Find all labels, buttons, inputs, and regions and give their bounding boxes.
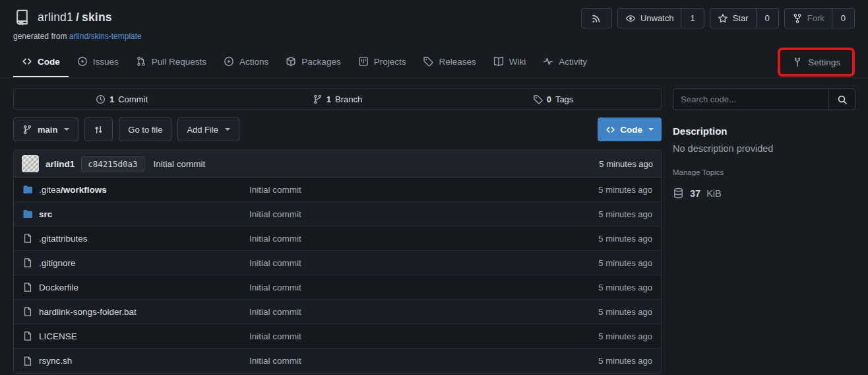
tag-count-label: Tags xyxy=(555,94,573,104)
code-icon xyxy=(22,56,32,67)
avatar[interactable] xyxy=(22,155,39,172)
file-name: Dockerfile xyxy=(39,283,78,292)
file-commit-message[interactable]: Initial commit xyxy=(249,258,555,268)
table-row: .gitattributes Initial commit 5 minutes … xyxy=(14,226,661,251)
rss-button[interactable] xyxy=(581,8,612,28)
branch-count: 1 xyxy=(326,94,331,104)
code-download-button[interactable]: Code xyxy=(598,118,662,141)
file-link[interactable]: Dockerfile xyxy=(14,282,249,292)
file-commit-message[interactable]: Initial commit xyxy=(249,356,555,366)
table-row: Dockerfile Initial commit 5 minutes ago xyxy=(14,275,661,300)
tab-actions[interactable]: Actions xyxy=(215,47,277,77)
branch-selector[interactable]: main xyxy=(13,118,78,141)
code-toolbar: main Go to file Add File Code xyxy=(13,118,662,141)
file-link[interactable]: .gitea/workflows xyxy=(14,184,249,195)
tab-wiki-label: Wiki xyxy=(509,57,526,67)
file-link[interactable]: .gitignore xyxy=(14,257,249,268)
file-icon xyxy=(22,233,33,244)
project-icon xyxy=(358,56,369,67)
tab-wiki[interactable]: Wiki xyxy=(485,47,535,77)
commits-stat[interactable]: 1 Commit xyxy=(14,89,230,109)
file-commit-message[interactable]: Initial commit xyxy=(249,331,555,341)
file-link[interactable]: src xyxy=(14,209,249,219)
manage-topics-link[interactable]: Manage Topics xyxy=(673,168,855,176)
commit-hash-badge[interactable]: c84215d0a3 xyxy=(81,156,144,172)
file-name: src xyxy=(39,209,52,219)
file-name: hardlink-songs-folder.bat xyxy=(39,307,137,317)
tab-code-label: Code xyxy=(38,57,60,67)
commit-count-label: Commit xyxy=(118,94,148,104)
search-input[interactable] xyxy=(673,89,828,110)
file-link[interactable]: LICENSE xyxy=(14,331,249,341)
commit-message[interactable]: Initial commit xyxy=(154,159,206,169)
repo-name[interactable]: skins xyxy=(82,11,112,24)
tab-releases[interactable]: Releases xyxy=(414,47,484,77)
book-icon xyxy=(493,56,504,67)
file-name: LICENSE xyxy=(39,331,77,341)
latest-commit-row: arlind1 c84215d0a3 Initial commit 5 minu… xyxy=(14,151,661,178)
tab-actions-label: Actions xyxy=(239,57,268,67)
file-name-prefix: .gitea xyxy=(39,185,61,195)
go-to-file-label: Go to file xyxy=(128,125,162,135)
table-row: .gitignore Initial commit 5 minutes ago xyxy=(14,251,661,275)
star-button[interactable]: Star 0 xyxy=(710,8,779,28)
current-branch-label: main xyxy=(38,125,57,135)
tag-count: 0 xyxy=(547,94,551,104)
branch-icon xyxy=(22,125,32,135)
code-search-box xyxy=(673,88,855,110)
tab-issues[interactable]: Issues xyxy=(69,47,127,77)
clock-icon xyxy=(96,94,106,104)
eye-icon xyxy=(625,13,636,24)
file-commit-time: 5 minutes ago xyxy=(555,185,661,195)
fork-button[interactable]: Fork 0 xyxy=(784,8,855,28)
branches-stat[interactable]: 1 Branch xyxy=(230,89,445,109)
repo-stats-bar: 1 Commit 1 Branch 0 Tags xyxy=(13,88,662,110)
tab-projects-label: Projects xyxy=(374,57,406,67)
file-link[interactable]: .gitattributes xyxy=(14,233,249,244)
file-name: .gitignore xyxy=(39,258,76,268)
file-commit-message[interactable]: Initial commit xyxy=(249,185,555,195)
file-commit-message[interactable]: Initial commit xyxy=(249,307,555,317)
repo-tabbar: Code Issues Pull Requests Actions Packag… xyxy=(0,47,868,78)
tab-settings[interactable]: Settings xyxy=(784,50,849,74)
star-count[interactable]: 0 xyxy=(756,9,778,28)
description-heading: Description xyxy=(673,125,855,137)
tab-packages[interactable]: Packages xyxy=(277,47,349,77)
file-table: arlind1 c84215d0a3 Initial commit 5 minu… xyxy=(13,150,662,374)
compare-button[interactable] xyxy=(84,118,113,141)
file-commit-message[interactable]: Initial commit xyxy=(249,234,555,244)
compare-icon xyxy=(94,125,104,135)
template-repo-link[interactable]: arlind/skins-template xyxy=(69,32,142,41)
repo-action-buttons: Unwatch 1 Star 0 Fork 0 xyxy=(581,8,855,28)
add-file-button[interactable]: Add File xyxy=(177,118,239,141)
file-link[interactable]: rsync.sh xyxy=(14,356,249,366)
file-icon xyxy=(22,331,33,341)
branch-count-label: Branch xyxy=(335,94,362,104)
tab-projects[interactable]: Projects xyxy=(350,47,415,77)
file-commit-message[interactable]: Initial commit xyxy=(249,209,555,219)
unwatch-button[interactable]: Unwatch 1 xyxy=(617,8,704,28)
tab-releases-label: Releases xyxy=(439,57,476,67)
rss-icon xyxy=(591,13,602,24)
go-to-file-button[interactable]: Go to file xyxy=(119,118,171,141)
file-commit-message[interactable]: Initial commit xyxy=(249,283,555,292)
star-label: Star xyxy=(733,13,749,23)
tab-code[interactable]: Code xyxy=(13,47,69,77)
file-icon xyxy=(22,257,33,268)
add-file-label: Add File xyxy=(187,125,218,135)
watch-count[interactable]: 1 xyxy=(681,9,703,28)
fork-count[interactable]: 0 xyxy=(832,9,854,28)
search-button[interactable] xyxy=(828,89,855,110)
settings-annotation-box: Settings xyxy=(778,48,855,77)
commit-author[interactable]: arlind1 xyxy=(46,159,75,169)
table-row: hardlink-songs-folder.bat Initial commit… xyxy=(14,300,661,324)
star-icon xyxy=(718,13,728,24)
tags-stat[interactable]: 0 Tags xyxy=(445,89,661,109)
repo-owner[interactable]: arlind1 xyxy=(38,11,73,24)
file-link[interactable]: hardlink-songs-folder.bat xyxy=(14,306,249,317)
file-icon xyxy=(22,282,33,292)
table-row: LICENSE Initial commit 5 minutes ago xyxy=(14,324,661,349)
tab-pull-requests[interactable]: Pull Requests xyxy=(127,47,215,77)
tab-activity[interactable]: Activity xyxy=(534,47,596,77)
file-commit-time: 5 minutes ago xyxy=(555,331,661,341)
